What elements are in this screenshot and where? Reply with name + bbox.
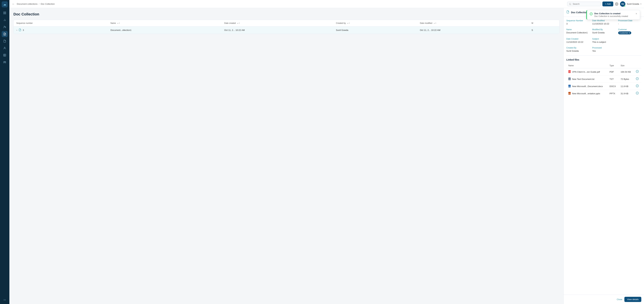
svg-rect-3 (5, 13, 6, 14)
file-row-pptx[interactable]: PPTX New Microsoft...entation.pptx PPTX … (566, 90, 641, 97)
col-date-created[interactable]: Date created ▲▼ (222, 20, 333, 26)
breadcrumb-current: Doc Collection (40, 3, 55, 5)
file-type-txt: TXT (608, 76, 619, 83)
svg-rect-12 (4, 54, 6, 56)
main-wrapper: ← Document collections / Doc Collection … (10, 0, 644, 304)
sidebar-item-table[interactable] (2, 52, 8, 58)
sidebar-item-people[interactable] (2, 24, 8, 30)
field-mod-by-value: Sunil Gowda (592, 31, 615, 34)
customer-badge-count: 0 (629, 32, 630, 34)
linked-files-table: Name Type Size PDF (566, 63, 641, 97)
field-subject-value: This is subject (592, 41, 615, 43)
user-menu[interactable]: SU Sunil Gowda ▾ (620, 1, 641, 7)
file-name-txt: TXT New Text Document.txt (566, 76, 608, 83)
page-title: Doc Collection (14, 12, 560, 16)
svg-point-8 (5, 26, 6, 27)
col-created-by[interactable]: Created by ▲▼ (333, 20, 417, 26)
field-date-modified: Date Modified 11/10/2023 10:22 (592, 20, 615, 25)
field-modified-by: Modified By Sunil Gowda (592, 28, 615, 34)
file-size-docx: 11.8 KB (618, 83, 634, 90)
field-sequence-number: Sequence Number 3 (566, 20, 590, 25)
settings-button[interactable] (615, 2, 618, 6)
customer-badge: Customer 0 (618, 31, 632, 34)
svg-text:PDF: PDF (568, 71, 571, 72)
file-status-txt (634, 76, 641, 83)
detail-panel: Doc Collection • 3 • Document Collection… (564, 8, 644, 304)
field-created-by-value: Sunil Gowda (566, 50, 590, 52)
back-button[interactable]: ← (12, 2, 15, 6)
created-by-sort-icon: ▲▼ (347, 22, 350, 24)
detail-footer: Close View details (564, 294, 644, 304)
section-divider (566, 56, 641, 56)
row-expand-cell[interactable]: > 3 (14, 26, 108, 34)
field-subject: Subject This is subject (592, 38, 615, 43)
field-empty (618, 38, 641, 43)
view-details-button[interactable]: View details (624, 297, 641, 302)
files-col-status (634, 63, 641, 68)
files-col-type: Type (608, 63, 619, 68)
breadcrumb-link-collections[interactable]: Document collections (17, 3, 38, 5)
col-extra: M (529, 20, 559, 26)
customer-badge-label: Customer (620, 32, 628, 34)
file-row-txt[interactable]: TXT New Text Document.txt TXT 72 Bytes (566, 76, 641, 83)
toast-notification: Doc Collection is created Doc Collection… (586, 10, 640, 20)
col-date-modified[interactable]: Date modified ▲▼ (417, 20, 529, 26)
file-size-txt: 72 Bytes (618, 76, 634, 83)
file-row-pdf[interactable]: PDF VPN Client In...ion Guide.pdf PDF 19… (566, 68, 641, 76)
sidebar-item-chart[interactable] (2, 17, 8, 23)
svg-text:PPTX: PPTX (568, 93, 571, 94)
sidebar-item-dashboard[interactable] (2, 10, 8, 16)
svg-rect-2 (4, 13, 4, 14)
col-name[interactable]: Name ▲▼ (108, 20, 222, 26)
file-status-docx (634, 83, 641, 90)
field-customer-label: Customer (618, 28, 641, 31)
row-expand-icon[interactable]: > (16, 29, 17, 31)
detail-fields-row4: Created By Sunil Gowda Processed Yes (566, 47, 641, 52)
field-name: Name Document Collection1 (566, 28, 590, 34)
linked-files-title: Linked files (566, 58, 641, 61)
check-icon-txt (636, 78, 639, 81)
field-seq-label: Sequence Number (566, 20, 590, 22)
svg-text:TXT: TXT (568, 79, 570, 80)
toast-close-button[interactable]: × (636, 12, 637, 15)
check-icon-pptx (636, 92, 639, 95)
field-name-value: Document Collection1 (566, 31, 590, 34)
file-row-docx[interactable]: DOCX New Microsoft...Document.docx DOCX … (566, 83, 641, 90)
sidebar-item-file[interactable] (2, 38, 8, 44)
field-seq-value: 3 (566, 22, 590, 25)
svg-point-17 (4, 62, 4, 62)
row-date-created: Oct 11, 2... 10:22 AM (222, 26, 333, 34)
search-input[interactable] (567, 2, 601, 6)
back-arrow-icon: ← (12, 2, 15, 6)
field-date-mod-value: 11/10/2023 10:22 (592, 22, 615, 25)
file-name-docx: DOCX New Microsoft...Document.docx (566, 83, 608, 90)
table-header-row: Sequence number Name ▲▼ Date created ▲▼ (14, 20, 559, 26)
app-logo[interactable]: ☁ (2, 1, 8, 8)
row-extra: S (529, 26, 559, 34)
sidebar-item-documents[interactable] (2, 31, 8, 37)
file-name-pdf: PDF VPN Client In...ion Guide.pdf (566, 68, 608, 76)
field-subject-label: Subject (592, 38, 615, 40)
table-row[interactable]: > 3 Document...ollection1 Oct 11, 2... 1… (14, 26, 559, 34)
svg-point-16 (4, 62, 5, 62)
field-proc-date-value: - (618, 22, 641, 25)
col-seq-number: Sequence number (14, 20, 108, 26)
svg-point-7 (4, 26, 5, 27)
toast-title: Doc Collection is created (594, 12, 634, 15)
field-created-by-label: Created By (566, 47, 590, 49)
sidebar-item-team[interactable] (2, 59, 8, 65)
add-button[interactable]: + Add (602, 2, 614, 6)
topnav: ← Document collections / Doc Collection … (10, 0, 644, 8)
file-size-pptx: 31.9 KB (618, 90, 634, 97)
add-icon: + Add (605, 3, 611, 5)
field-date-created-label: Date Created (566, 38, 590, 40)
sidebar-collapse-bottom[interactable]: >> (2, 298, 8, 302)
field-customer: Customer Customer 0 (618, 28, 641, 34)
sidebar-item-person[interactable] (2, 45, 8, 51)
check-icon-docx (636, 85, 639, 88)
online-indicator (624, 5, 626, 7)
breadcrumb: Document collections / Doc Collection (17, 3, 55, 5)
name-sort-icon: ▲▼ (117, 22, 120, 24)
close-button[interactable]: Close (617, 298, 622, 301)
file-type-docx: DOCX (608, 83, 619, 90)
